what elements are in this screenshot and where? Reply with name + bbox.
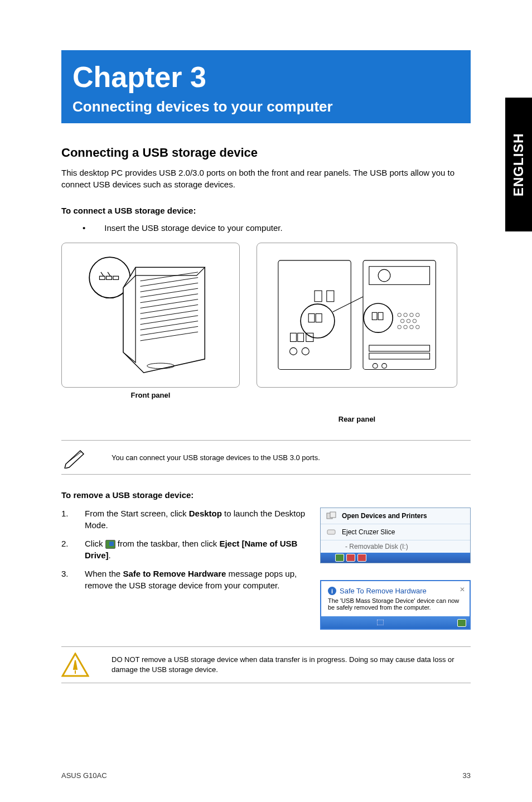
chapter-header: Chapter 3 Connecting devices to your com… xyxy=(61,50,471,123)
front-panel-label: Front panel xyxy=(61,391,240,399)
tray-icon xyxy=(346,554,355,562)
step-number: 2. xyxy=(61,538,85,561)
step-body: When the Safe to Remove Hardware message… xyxy=(85,568,309,591)
step-body: From the Start screen, click Desktop to … xyxy=(85,508,309,531)
step-number: 1. xyxy=(61,508,85,531)
chapter-subtitle: Connecting devices to your computer xyxy=(72,98,460,115)
info-icon: i xyxy=(328,587,336,595)
svg-rect-58 xyxy=(330,512,336,518)
svg-rect-59 xyxy=(327,530,335,534)
front-panel-illustration xyxy=(83,254,219,376)
tray-icon xyxy=(335,554,344,562)
page-footer: ASUS G10AC 33 xyxy=(61,771,471,780)
svg-line-56 xyxy=(67,452,81,463)
menu-removable-disk: - Removable Disk (I:) xyxy=(321,540,470,553)
svg-rect-1 xyxy=(100,277,105,280)
drive-icon xyxy=(326,528,336,537)
rear-panel-figure xyxy=(257,243,457,388)
note-row: You can connect your USB storage devices… xyxy=(61,440,471,475)
note-pencil-icon xyxy=(61,446,89,468)
eject-menu-popup: Open Devices and Printers Eject Cruzer S… xyxy=(320,508,471,563)
taskbar-tray-icon xyxy=(105,540,115,549)
remove-heading: To remove a USB storage device: xyxy=(61,490,471,500)
chapter-title: Chapter 3 xyxy=(72,60,460,94)
step-body: Click from the taskbar, then click Eject… xyxy=(85,538,309,561)
step-number: 3. xyxy=(61,568,85,591)
taskbar-strip xyxy=(321,616,470,629)
popup-body: The 'USB Mass Storage Device' device can… xyxy=(328,597,463,611)
svg-rect-3 xyxy=(113,277,119,280)
section-heading: Connecting a USB storage device xyxy=(61,146,471,160)
footer-page-number: 33 xyxy=(463,771,471,780)
popup-title: i Safe To Remove Hardware xyxy=(328,587,463,595)
step-3: 3. When the Safe to Remove Hardware mess… xyxy=(61,568,309,591)
svg-line-4 xyxy=(101,272,104,276)
tray-icon xyxy=(457,619,466,627)
menu-eject-device[interactable]: Eject Cruzer Slice xyxy=(321,524,470,540)
bullet-dot: • xyxy=(83,223,85,233)
connect-bullet-text: Insert the USB storage device to your co… xyxy=(104,223,282,233)
step-2: 2. Click from the taskbar, then click Ej… xyxy=(61,538,309,561)
warning-text: DO NOT remove a USB storage device when … xyxy=(112,655,471,675)
step-1: 1. From the Start screen, click Desktop … xyxy=(61,508,309,531)
safe-remove-popup: ✕ i Safe To Remove Hardware The 'USB Mas… xyxy=(320,580,471,630)
popup-close-icon[interactable]: ✕ xyxy=(460,586,465,593)
warning-icon xyxy=(61,653,89,677)
footer-model: ASUS G10AC xyxy=(61,771,107,780)
panel-illustrations: Front panel xyxy=(61,243,471,399)
taskbar-strip xyxy=(321,553,470,563)
connect-bullet-row: • Insert the USB storage device to your … xyxy=(61,223,471,233)
rear-panel-illustration xyxy=(272,254,442,375)
warning-row: DO NOT remove a USB storage device when … xyxy=(61,646,471,683)
svg-rect-2 xyxy=(107,277,112,280)
svg-marker-8 xyxy=(136,268,205,276)
svg-line-5 xyxy=(108,272,110,276)
svg-marker-21 xyxy=(123,276,136,363)
front-panel-figure xyxy=(61,243,240,388)
devices-icon xyxy=(326,511,336,520)
connect-heading: To connect a USB storage device: xyxy=(61,206,471,215)
rear-panel-label: Rear panel xyxy=(257,415,457,423)
tray-icon xyxy=(357,554,366,562)
menu-open-devices[interactable]: Open Devices and Printers xyxy=(321,508,470,524)
note-text: You can connect your USB storage devices… xyxy=(112,453,320,462)
intro-paragraph: This desktop PC provides USB 2.0/3.0 por… xyxy=(61,167,471,190)
